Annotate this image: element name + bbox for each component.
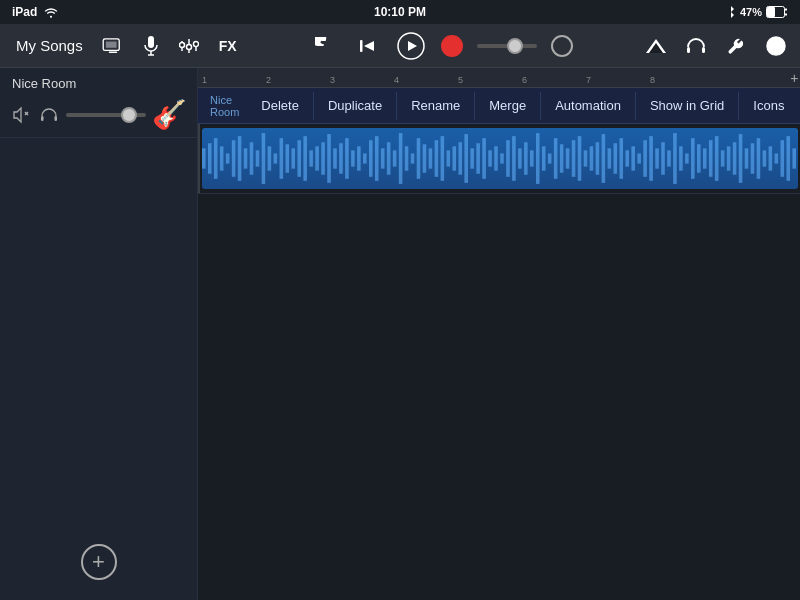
add-track-button[interactable]: + <box>81 544 117 580</box>
svg-rect-124 <box>792 148 796 168</box>
toolbar-left: My Songs <box>10 32 243 60</box>
ruler-mark-8: 8 <box>650 75 655 85</box>
merge-button[interactable]: Merge <box>475 92 541 120</box>
svg-rect-58 <box>399 133 403 184</box>
svg-point-14 <box>193 41 198 46</box>
screen-mirror-icon[interactable] <box>99 32 127 60</box>
svg-rect-122 <box>780 140 784 177</box>
delete-button[interactable]: Delete <box>247 92 314 120</box>
svg-rect-75 <box>500 153 504 163</box>
track-volume-slider[interactable] <box>66 113 146 117</box>
ruler-mark-1: 1 <box>202 75 207 85</box>
headphones-icon[interactable] <box>682 32 710 60</box>
smart-controls-icon[interactable] <box>642 32 670 60</box>
status-left: iPad <box>12 5 59 19</box>
svg-rect-74 <box>494 146 498 170</box>
svg-rect-18 <box>702 47 705 53</box>
svg-rect-29 <box>226 153 230 163</box>
svg-rect-95 <box>619 138 623 179</box>
track-content-area[interactable] <box>198 124 800 194</box>
svg-text:?: ? <box>772 40 779 54</box>
instrument-icon[interactable]: 🎸 <box>152 98 187 131</box>
svg-rect-68 <box>458 142 462 175</box>
ruler-mark-2: 2 <box>266 75 271 85</box>
svg-rect-84 <box>554 138 558 179</box>
undo-icon[interactable] <box>311 32 339 60</box>
svg-rect-111 <box>715 136 719 181</box>
svg-rect-17 <box>687 47 690 53</box>
record-button[interactable] <box>441 35 463 57</box>
svg-rect-98 <box>637 153 641 163</box>
svg-rect-49 <box>345 138 349 179</box>
play-button[interactable] <box>395 30 427 62</box>
mic-icon[interactable] <box>137 32 165 60</box>
toolbar: My Songs <box>0 24 800 68</box>
svg-rect-51 <box>357 146 361 170</box>
settings-icon[interactable] <box>722 32 750 60</box>
svg-rect-80 <box>530 150 534 166</box>
metronome-indicator <box>551 35 573 57</box>
svg-rect-33 <box>250 142 254 175</box>
svg-rect-53 <box>369 140 373 177</box>
svg-rect-24 <box>55 116 58 121</box>
svg-rect-59 <box>405 146 409 170</box>
automation-button[interactable]: Automation <box>541 92 636 120</box>
track-solo-button[interactable] <box>38 104 60 126</box>
svg-rect-30 <box>232 140 236 177</box>
svg-rect-99 <box>643 140 647 177</box>
svg-rect-64 <box>435 140 439 177</box>
svg-rect-90 <box>590 146 594 170</box>
svg-rect-69 <box>464 134 468 183</box>
svg-rect-42 <box>303 136 307 181</box>
my-songs-button[interactable]: My Songs <box>10 33 89 58</box>
volume-slider-track[interactable] <box>477 44 537 48</box>
context-region-label: Nice Room <box>202 94 247 118</box>
svg-point-13 <box>186 44 191 49</box>
svg-rect-23 <box>41 116 44 121</box>
icons-button[interactable]: Icons <box>739 92 798 120</box>
svg-rect-121 <box>775 153 779 163</box>
show-in-grid-button[interactable]: Show in Grid <box>636 92 739 120</box>
svg-rect-71 <box>476 143 480 174</box>
svg-rect-109 <box>703 148 707 168</box>
add-bar-button[interactable]: + <box>790 70 798 86</box>
svg-rect-6 <box>148 36 154 48</box>
duplicate-button[interactable]: Duplicate <box>314 92 397 120</box>
svg-rect-65 <box>441 136 445 181</box>
empty-tracks-area[interactable] <box>198 194 800 600</box>
svg-rect-1 <box>767 7 775 17</box>
svg-rect-39 <box>285 144 289 172</box>
svg-rect-40 <box>291 148 295 168</box>
rename-button[interactable]: Rename <box>397 92 475 120</box>
svg-rect-108 <box>697 144 701 172</box>
skip-back-icon[interactable] <box>353 32 381 60</box>
svg-rect-114 <box>733 142 737 175</box>
svg-rect-91 <box>596 142 600 175</box>
svg-rect-85 <box>560 144 564 172</box>
context-menu-bar: Nice Room Delete Duplicate Rename Merge … <box>198 88 800 124</box>
svg-rect-34 <box>256 150 260 166</box>
main-content: Nice Room <box>0 68 800 600</box>
mixer-icon[interactable] <box>175 32 203 60</box>
help-icon[interactable]: ? <box>762 32 790 60</box>
status-right: 47% <box>726 5 788 19</box>
svg-rect-37 <box>274 153 278 163</box>
transport-slider <box>477 44 537 48</box>
svg-rect-117 <box>751 143 755 174</box>
bluetooth-icon <box>726 5 736 19</box>
svg-rect-50 <box>351 150 355 166</box>
svg-rect-94 <box>614 143 618 174</box>
track-waveform <box>202 128 798 189</box>
fx-button[interactable]: FX <box>213 36 243 56</box>
svg-rect-72 <box>482 138 486 179</box>
svg-rect-104 <box>673 133 677 184</box>
svg-rect-70 <box>470 148 474 168</box>
svg-rect-55 <box>381 148 385 168</box>
mute-button[interactable] <box>10 104 32 126</box>
timeline-area: 1 2 3 4 5 6 7 8 + Nice Room Delete Dupli… <box>198 68 800 600</box>
playhead-line <box>198 124 200 193</box>
svg-rect-79 <box>524 142 528 175</box>
svg-rect-97 <box>631 146 635 170</box>
ruler-mark-5: 5 <box>458 75 463 85</box>
toolbar-right: ? <box>642 32 790 60</box>
